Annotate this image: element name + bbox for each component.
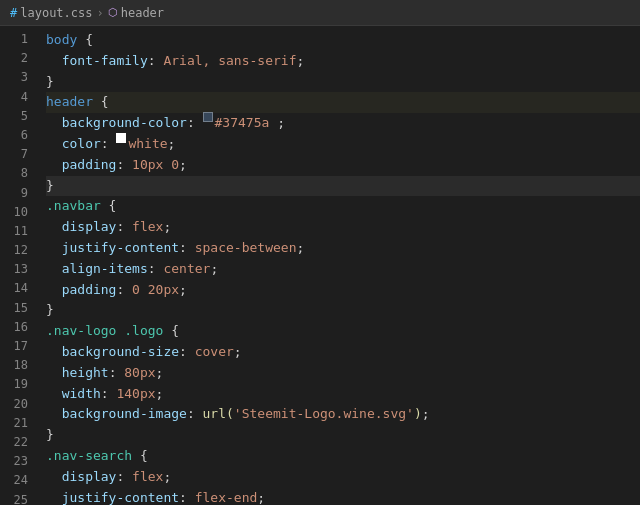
line-number: 2 (10, 49, 28, 68)
code-line: display: flex; (46, 217, 640, 238)
token-punc: ; (163, 217, 171, 238)
token-val: flex (132, 467, 163, 488)
code-content[interactable]: body { font-family: Arial, sans-serif;}h… (38, 26, 640, 505)
line-number: 19 (10, 375, 28, 394)
token-val: white (128, 134, 167, 155)
line-number: 7 (10, 145, 28, 164)
token-prop: justify-content (62, 238, 179, 259)
code-line: .nav-logo .logo { (46, 321, 640, 342)
line-number: 3 (10, 68, 28, 87)
token-func-end: ) (414, 404, 422, 425)
breadcrumb-symbol-name: header (121, 6, 164, 20)
token-prop: background-size (62, 342, 179, 363)
token-punc: : (116, 280, 132, 301)
token-punc: ; (179, 155, 187, 176)
token-val: 140px (116, 384, 155, 405)
token-tag: body (46, 30, 77, 51)
breadcrumb-file: # layout.css (10, 6, 92, 20)
token-prop: display (62, 467, 117, 488)
editor-container: # layout.css › ⬡ header 1234567891011121… (0, 0, 640, 505)
token-punc: ; (210, 259, 218, 280)
token-punc: : (179, 342, 195, 363)
token-prop: height (62, 363, 109, 384)
token-punc: ; (156, 363, 164, 384)
token-punc: ; (269, 113, 285, 134)
token-indent (46, 488, 62, 505)
token-punc: { (163, 321, 179, 342)
token-indent (46, 51, 62, 72)
token-prop: background-image (62, 404, 187, 425)
line-number: 18 (10, 356, 28, 375)
token-sel: .nav-logo .logo (46, 321, 163, 342)
token-punc: ; (296, 51, 304, 72)
token-punc: ; (163, 467, 171, 488)
token-val: 0 20px (132, 280, 179, 301)
code-line: .navbar { (46, 196, 640, 217)
line-number: 11 (10, 222, 28, 241)
line-number: 20 (10, 395, 28, 414)
token-prop: background-color (62, 113, 187, 134)
line-number: 25 (10, 491, 28, 506)
token-val: flex (132, 217, 163, 238)
token-prop: display (62, 217, 117, 238)
code-line: padding: 0 20px; (46, 280, 640, 301)
code-line: padding: 10px 0; (46, 155, 640, 176)
line-number: 22 (10, 433, 28, 452)
token-indent (46, 404, 62, 425)
file-icon: # (10, 6, 17, 20)
code-line: justify-content: flex-end; (46, 488, 640, 505)
token-val: center (163, 259, 210, 280)
line-number: 12 (10, 241, 28, 260)
token-func: url( (203, 404, 234, 425)
line-number: 24 (10, 471, 28, 490)
line-number: 5 (10, 107, 28, 126)
color-swatch (203, 112, 213, 122)
token-prop: padding (62, 280, 117, 301)
token-punc: : (116, 467, 132, 488)
token-val: 80px (124, 363, 155, 384)
token-prop: font-family (62, 51, 148, 72)
token-indent (46, 259, 62, 280)
code-line: font-family: Arial, sans-serif; (46, 51, 640, 72)
token-punc: : (179, 488, 195, 505)
token-punc: ; (257, 488, 265, 505)
token-indent (46, 342, 62, 363)
code-line: } (46, 300, 640, 321)
token-indent (46, 238, 62, 259)
breadcrumb-bar: # layout.css › ⬡ header (0, 0, 640, 26)
token-indent (46, 113, 62, 134)
token-punc: { (93, 92, 109, 113)
token-punc: ; (234, 342, 242, 363)
token-val: flex-end (195, 488, 258, 505)
code-line: width: 140px; (46, 384, 640, 405)
token-val: Arial, sans-serif (163, 51, 296, 72)
token-prop: align-items (62, 259, 148, 280)
token-punc: : (187, 113, 203, 134)
token-punc: { (77, 30, 93, 51)
breadcrumb-file-name: layout.css (20, 6, 92, 20)
token-punc: ; (156, 384, 164, 405)
breadcrumb-symbol: ⬡ header (108, 6, 164, 20)
token-val: space-between (195, 238, 297, 259)
token-sel: .navbar (46, 196, 101, 217)
line-number: 15 (10, 299, 28, 318)
token-indent (46, 384, 62, 405)
token-punc: : (116, 217, 132, 238)
code-line: background-size: cover; (46, 342, 640, 363)
token-indent (46, 217, 62, 238)
color-swatch (116, 133, 126, 143)
token-punc: { (101, 196, 117, 217)
token-punc: } (46, 425, 54, 446)
line-number: 9 (10, 184, 28, 203)
line-number: 17 (10, 337, 28, 356)
code-area[interactable]: 1234567891011121314151617181920212223242… (0, 26, 640, 505)
token-indent (46, 134, 62, 155)
token-val: #37475a (215, 113, 270, 134)
token-indent (46, 363, 62, 384)
code-line: } (46, 72, 640, 93)
token-punc: } (46, 300, 54, 321)
token-indent (46, 155, 62, 176)
code-line: height: 80px; (46, 363, 640, 384)
token-val: cover (195, 342, 234, 363)
token-punc: : (101, 384, 117, 405)
